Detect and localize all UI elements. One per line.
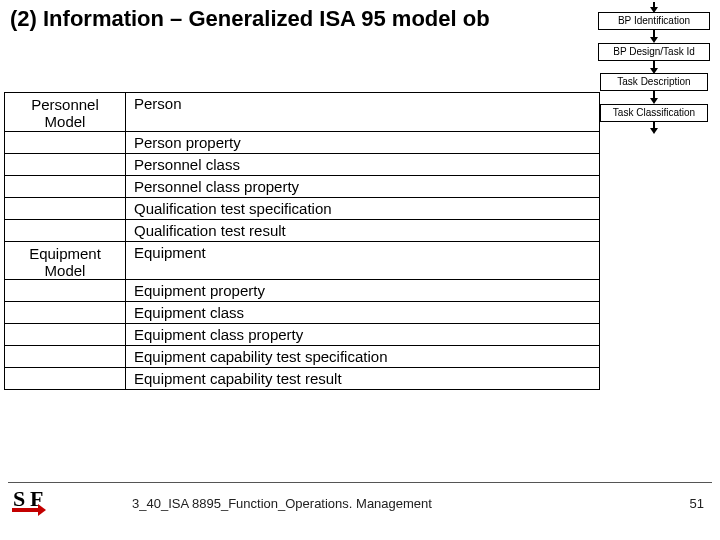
- flow-box-bp-design: BP Design/Task Id: [598, 43, 710, 61]
- heading-line: Model: [45, 113, 86, 130]
- sf-logo-icon: S F: [10, 486, 52, 528]
- model-item: Personnel class: [126, 154, 600, 175]
- model-table: Personnel Model Person . Person property…: [4, 92, 600, 390]
- table-row: . Equipment class: [4, 302, 600, 324]
- model-heading-empty: .: [4, 324, 126, 345]
- model-item: Person: [126, 93, 600, 131]
- model-item: Equipment class: [126, 302, 600, 323]
- model-heading-empty: .: [4, 198, 126, 219]
- footer-text: 3_40_ISA 8895_Function_Operations. Manag…: [132, 496, 432, 511]
- model-heading-equipment: Equipment Model: [4, 242, 126, 280]
- heading-line: Personnel: [31, 96, 99, 113]
- table-row: Equipment Model Equipment: [4, 242, 600, 281]
- model-item: Equipment capability test specification: [126, 346, 600, 367]
- table-row: . Qualification test specification: [4, 198, 600, 220]
- table-row: . Person property: [4, 132, 600, 154]
- model-item: Equipment class property: [126, 324, 600, 345]
- model-heading-empty: .: [4, 132, 126, 153]
- flow-box-task-description: Task Description: [600, 73, 708, 91]
- model-item: Equipment capability test result: [126, 368, 600, 389]
- model-heading-empty: .: [4, 176, 126, 197]
- model-item: Qualification test result: [126, 220, 600, 241]
- slide-title: (2) Information – Generalized ISA 95 mod…: [10, 6, 490, 32]
- heading-line: Equipment: [29, 245, 101, 262]
- model-heading-empty: .: [4, 154, 126, 175]
- table-row: . Equipment property: [4, 280, 600, 302]
- logo-arrow-icon: [38, 504, 46, 516]
- table-row: . Equipment capability test specificatio…: [4, 346, 600, 368]
- flow-box-task-classification: Task Classification: [600, 104, 708, 122]
- table-row: . Personnel class: [4, 154, 600, 176]
- model-item: Equipment property: [126, 280, 600, 301]
- table-row: . Equipment capability test result: [4, 368, 600, 390]
- footer-divider: [8, 482, 712, 483]
- arrow-down-icon: [650, 128, 658, 134]
- flow-box-bp-identification: BP Identification: [598, 12, 710, 30]
- model-heading-empty: .: [4, 280, 126, 301]
- model-heading-empty: .: [4, 368, 126, 389]
- page-number: 51: [690, 496, 704, 511]
- model-heading-personnel: Personnel Model: [4, 93, 126, 131]
- model-item: Person property: [126, 132, 600, 153]
- model-item: Qualification test specification: [126, 198, 600, 219]
- model-heading-empty: .: [4, 220, 126, 241]
- model-item: Personnel class property: [126, 176, 600, 197]
- slide-footer: 3_40_ISA 8895_Function_Operations. Manag…: [0, 482, 720, 522]
- table-row: Personnel Model Person: [4, 93, 600, 132]
- table-row: . Qualification test result: [4, 220, 600, 242]
- model-heading-empty: .: [4, 302, 126, 323]
- model-heading-empty: .: [4, 346, 126, 367]
- model-item: Equipment: [126, 242, 600, 280]
- heading-line: Model: [45, 262, 86, 279]
- table-row: . Equipment class property: [4, 324, 600, 346]
- table-row: . Personnel class property: [4, 176, 600, 198]
